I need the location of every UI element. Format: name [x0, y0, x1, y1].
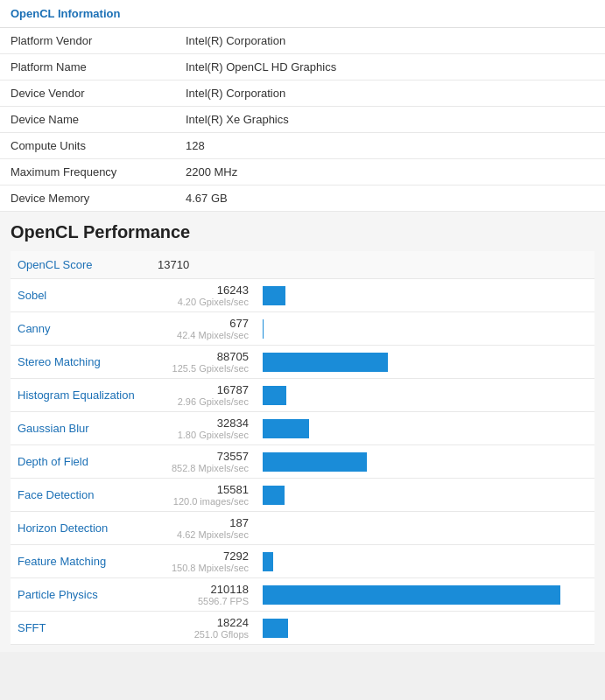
perf-row: Sobel 16243 4.20 Gpixels/sec: [11, 279, 594, 312]
info-value: Intel(R) OpenCL HD Graphics: [175, 54, 605, 80]
perf-row: Depth of Field 73557 852.8 Mpixels/sec: [11, 445, 594, 479]
perf-row: Histogram Equalization 16787 2.96 Gpixel…: [11, 379, 594, 412]
info-row: Device Memory 4.67 GB: [0, 186, 605, 212]
bench-bar-cell: [256, 512, 594, 545]
bench-bar-cell: [256, 545, 594, 578]
score-value: 13710: [151, 251, 256, 279]
info-table: Platform Vendor Intel(R) Corporation Pla…: [0, 28, 605, 212]
bench-score-cell: 32834 1.80 Gpixels/sec: [151, 412, 256, 445]
score-label: OpenCL Score: [11, 251, 151, 279]
perf-row: Face Detection 15581 120.0 images/sec: [11, 479, 594, 512]
info-row: Device Vendor Intel(R) Corporation: [0, 80, 605, 107]
info-value: Intel(R) Corporation: [175, 28, 605, 54]
bench-bar: [263, 286, 285, 305]
bench-bar: [263, 619, 288, 638]
bench-name: Particle Physics: [11, 578, 151, 612]
bench-score: 73557: [158, 450, 249, 463]
info-value: Intel(R) Corporation: [175, 80, 605, 107]
bench-bar-cell: [256, 312, 594, 346]
bench-sub: 251.0 Gflops: [158, 629, 249, 640]
bench-bar: [263, 386, 286, 405]
info-label: Platform Vendor: [0, 28, 175, 54]
bench-name: Face Detection: [11, 479, 151, 512]
bench-bar-cell: [256, 445, 594, 479]
page-wrapper: OpenCL Information Platform Vendor Intel…: [0, 0, 605, 652]
bench-bar-cell: [256, 578, 594, 612]
info-value: 4.67 GB: [175, 186, 605, 212]
info-row: Device Name Intel(R) Xe Graphics: [0, 107, 605, 133]
bench-score-cell: 16243 4.20 Gpixels/sec: [151, 279, 256, 312]
bench-bar: [263, 585, 560, 605]
info-label: Platform Name: [0, 54, 175, 80]
opencl-score-row: OpenCL Score 13710: [11, 251, 594, 279]
info-row: Platform Name Intel(R) OpenCL HD Graphic…: [0, 54, 605, 80]
bench-name: Sobel: [11, 279, 151, 312]
bench-score-cell: 15581 120.0 images/sec: [151, 479, 256, 512]
bench-bar: [263, 552, 273, 571]
bench-sub: 1.80 Gpixels/sec: [158, 430, 249, 440]
bench-bar: [263, 319, 264, 339]
perf-row: Stereo Matching 88705 125.5 Gpixels/sec: [11, 346, 594, 379]
bench-bar-cell: [256, 479, 594, 512]
bench-score: 88705: [158, 350, 249, 363]
bench-name: Feature Matching: [11, 545, 151, 578]
info-label: Compute Units: [0, 133, 175, 159]
bench-score: 16787: [158, 383, 249, 396]
perf-row: Gaussian Blur 32834 1.80 Gpixels/sec: [11, 412, 594, 445]
bench-bar: [263, 353, 388, 372]
perf-row: Horizon Detection 187 4.62 Mpixels/sec: [11, 512, 594, 545]
bench-sub: 5596.7 FPS: [158, 596, 249, 606]
score-bar-cell: [256, 251, 594, 279]
bench-name: Horizon Detection: [11, 512, 151, 545]
bench-sub: 120.0 images/sec: [158, 496, 249, 507]
bench-sub: 42.4 Mpixels/sec: [158, 330, 249, 340]
info-value: 128: [175, 133, 605, 159]
bench-bar-cell: [256, 279, 594, 312]
bench-score-cell: 677 42.4 Mpixels/sec: [151, 312, 256, 346]
bench-bar-cell: [256, 612, 594, 645]
bench-name: Gaussian Blur: [11, 412, 151, 445]
info-section: OpenCL Information Platform Vendor Intel…: [0, 0, 605, 212]
bench-sub: 852.8 Mpixels/sec: [158, 463, 249, 473]
info-row: Compute Units 128: [0, 133, 605, 159]
bench-score-cell: 187 4.62 Mpixels/sec: [151, 512, 256, 545]
bench-bar: [263, 486, 285, 505]
info-row: Platform Vendor Intel(R) Corporation: [0, 28, 605, 54]
perf-table: OpenCL Score 13710 Sobel 16243 4.20 Gpix…: [11, 251, 594, 645]
bench-score-cell: 18224 251.0 Gflops: [151, 612, 256, 645]
bench-sub: 4.62 Mpixels/sec: [158, 529, 249, 540]
bench-bar: [263, 419, 309, 438]
info-label: Device Name: [0, 107, 175, 133]
info-label: Device Vendor: [0, 80, 175, 107]
perf-row: Canny 677 42.4 Mpixels/sec: [11, 312, 594, 346]
info-value: Intel(R) Xe Graphics: [175, 107, 605, 133]
bench-name: Histogram Equalization: [11, 379, 151, 412]
bench-bar: [263, 452, 367, 472]
perf-section: OpenCL Performance OpenCL Score 13710 So…: [0, 212, 605, 652]
bench-sub: 150.8 Mpixels/sec: [158, 563, 249, 573]
perf-row: Feature Matching 7292 150.8 Mpixels/sec: [11, 545, 594, 578]
bench-score: 210118: [158, 583, 249, 596]
bench-score-cell: 7292 150.8 Mpixels/sec: [151, 545, 256, 578]
info-row: Maximum Frequency 2200 MHz: [0, 159, 605, 186]
bench-bar-cell: [256, 346, 594, 379]
bench-sub: 125.5 Gpixels/sec: [158, 363, 249, 374]
info-label: Device Memory: [0, 186, 175, 212]
bench-score: 16243: [158, 284, 249, 297]
bench-score: 18224: [158, 616, 249, 629]
bench-name: Canny: [11, 312, 151, 346]
info-section-title: OpenCL Information: [0, 0, 605, 28]
bench-name: Stereo Matching: [11, 346, 151, 379]
bench-bar-cell: [256, 379, 594, 412]
bench-score-cell: 88705 125.5 Gpixels/sec: [151, 346, 256, 379]
bench-sub: 4.20 Gpixels/sec: [158, 297, 249, 307]
bench-score-cell: 16787 2.96 Gpixels/sec: [151, 379, 256, 412]
bench-score: 32834: [158, 416, 249, 430]
bench-score: 677: [158, 317, 249, 330]
perf-row: SFFT 18224 251.0 Gflops: [11, 612, 594, 645]
bench-score: 7292: [158, 550, 249, 563]
bench-name: Depth of Field: [11, 445, 151, 479]
bench-score-cell: 210118 5596.7 FPS: [151, 578, 256, 612]
info-label: Maximum Frequency: [0, 159, 175, 186]
info-value: 2200 MHz: [175, 159, 605, 186]
